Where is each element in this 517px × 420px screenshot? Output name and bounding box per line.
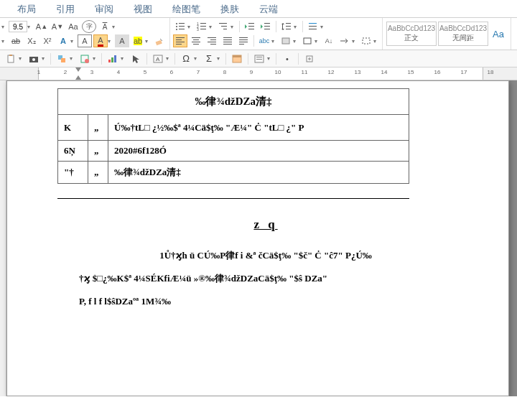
table-cell[interactable]: „ bbox=[88, 115, 108, 141]
horizontal-ruler[interactable]: 123456789101112131415161718 bbox=[0, 67, 517, 80]
justify-icon[interactable] bbox=[220, 34, 235, 47]
text-effects-icon[interactable]: A bbox=[56, 34, 70, 47]
camera-icon[interactable] bbox=[26, 52, 42, 65]
table-cell[interactable]: 6Ņ bbox=[58, 141, 88, 162]
doc-paragraph[interactable]: 1Ů†ϗh ü CÚ‰P律f i &ª čCä$ţ‰ "$č" Ċ "ĉ7" P… bbox=[79, 248, 452, 263]
align-left-icon[interactable] bbox=[173, 34, 187, 47]
sigma-icon[interactable]: Σ bbox=[201, 52, 217, 65]
distribute-icon[interactable] bbox=[236, 34, 251, 47]
align-center-icon[interactable] bbox=[189, 34, 203, 47]
numbering-dd-icon[interactable]: ▾ bbox=[209, 24, 215, 30]
dd-icon[interactable]: ▾ bbox=[267, 55, 273, 62]
vertical-ruler[interactable] bbox=[0, 80, 6, 396]
font-color-icon[interactable]: A bbox=[93, 34, 108, 47]
dd-icon[interactable]: ▾ bbox=[166, 55, 172, 62]
borders-icon[interactable] bbox=[300, 34, 315, 47]
table-cell[interactable]: Ú‰†tL□ ¿½‰$ª 4¼Cä$ţ‰ "Æ¼" Ċ "tL□ ¿" P bbox=[108, 115, 409, 141]
dd-icon[interactable]: ▾ bbox=[93, 55, 98, 62]
spell-check-icon[interactable]: abc bbox=[257, 34, 271, 47]
dd-icon[interactable]: ▾ bbox=[42, 55, 47, 62]
para-before-icon[interactable] bbox=[306, 20, 320, 33]
char-shading-icon[interactable]: A bbox=[115, 34, 129, 47]
show-marks-icon[interactable] bbox=[359, 34, 373, 47]
font-dropdown2-icon[interactable]: ▾ bbox=[1, 38, 7, 45]
more-icon[interactable] bbox=[302, 52, 317, 65]
multilevel-icon[interactable] bbox=[216, 20, 230, 33]
separator bbox=[253, 35, 254, 47]
tab-char-icon[interactable] bbox=[337, 34, 352, 47]
phonetic-guide-icon[interactable]: A bbox=[98, 20, 112, 33]
marks-dd-icon[interactable]: ▾ bbox=[373, 38, 379, 45]
style-heading[interactable]: Aa bbox=[490, 22, 507, 46]
tab-view[interactable]: 视图 bbox=[124, 0, 162, 17]
dd-icon[interactable]: ▾ bbox=[217, 55, 223, 62]
superscript-icon[interactable]: X² bbox=[40, 34, 55, 47]
shapes-icon[interactable] bbox=[77, 52, 93, 65]
table-title-cell[interactable]: ‰律¾džDZa清‡ bbox=[58, 89, 409, 115]
strike-icon[interactable]: ab bbox=[9, 34, 23, 47]
cursor-icon[interactable] bbox=[128, 52, 144, 65]
paste-icon[interactable] bbox=[3, 52, 19, 65]
dd-icon[interactable]: ▾ bbox=[19, 55, 24, 62]
multilevel-dd-icon[interactable]: ▾ bbox=[230, 24, 236, 30]
decrease-font-icon[interactable]: A▼ bbox=[50, 20, 65, 33]
enclose-char-icon[interactable]: 字 bbox=[82, 20, 96, 33]
change-case-icon[interactable]: Aa bbox=[66, 20, 80, 33]
dd-icon[interactable]: ▾ bbox=[194, 55, 200, 62]
line-spacing-dd-icon[interactable]: ▾ bbox=[294, 24, 299, 30]
table-cell[interactable]: „ bbox=[88, 141, 108, 162]
spell-dd-icon[interactable]: ▾ bbox=[271, 38, 277, 45]
tab-layout[interactable]: 布局 bbox=[7, 0, 46, 17]
tab-dd-icon[interactable]: ▾ bbox=[352, 38, 358, 45]
increase-font-icon[interactable]: A▲ bbox=[34, 20, 49, 33]
style-nospacing[interactable]: AaBbCcDd123 无间距 bbox=[438, 22, 488, 46]
align-right-icon[interactable] bbox=[205, 34, 219, 47]
chart-icon[interactable] bbox=[105, 52, 121, 65]
sort-icon[interactable]: A↓ bbox=[322, 34, 336, 47]
highlight-dd-icon[interactable]: ▾ bbox=[145, 38, 151, 45]
table-cell[interactable]: 2020#6f128Ó bbox=[108, 141, 409, 162]
tab-skin[interactable]: 换肤 bbox=[210, 0, 249, 17]
table-cell[interactable]: „ bbox=[88, 162, 108, 184]
dd-icon[interactable]: ▾ bbox=[121, 55, 126, 62]
text-box-icon[interactable]: A bbox=[150, 52, 166, 65]
font-size-input[interactable] bbox=[9, 21, 27, 32]
tab-cloud[interactable]: 云端 bbox=[249, 0, 288, 17]
link-icon[interactable] bbox=[251, 52, 267, 65]
shading-dd-icon[interactable]: ▾ bbox=[293, 38, 299, 45]
form-icon[interactable] bbox=[229, 52, 245, 65]
para-dd-icon[interactable]: ▾ bbox=[320, 24, 326, 30]
subscript-icon[interactable]: X₂ bbox=[24, 34, 39, 47]
bullets-dd-icon[interactable]: ▾ bbox=[187, 24, 193, 30]
font-family-dropdown-icon[interactable]: ▾ bbox=[1, 24, 7, 30]
tab-review[interactable]: 审阅 bbox=[85, 0, 124, 17]
indent-increase-icon[interactable] bbox=[258, 20, 273, 33]
clear-format-icon[interactable] bbox=[152, 34, 167, 47]
char-border-icon[interactable]: A bbox=[78, 34, 92, 47]
numbering-icon[interactable]: 123 bbox=[195, 20, 209, 33]
omega-icon[interactable]: Ω bbox=[178, 52, 194, 65]
tab-reference[interactable]: 引用 bbox=[46, 0, 85, 17]
indent-decrease-icon[interactable] bbox=[243, 20, 257, 33]
text-effects-dd-icon[interactable]: ▾ bbox=[70, 38, 76, 45]
doc-paragraph[interactable]: P, f l f l$ŝDZaºª 1M¾‰ bbox=[79, 294, 452, 309]
style-normal[interactable]: AaBbCcDd123 正文 bbox=[386, 22, 437, 46]
doc-heading[interactable]: z q bbox=[57, 218, 474, 232]
table-cell[interactable]: "† bbox=[58, 162, 88, 184]
bullets-icon[interactable] bbox=[173, 20, 187, 33]
highlight-icon[interactable]: ab bbox=[131, 34, 145, 47]
select-icon[interactable] bbox=[54, 52, 70, 65]
dd-icon[interactable]: ▾ bbox=[70, 55, 75, 62]
document-page[interactable]: ‰律¾džDZa清‡ K „ Ú‰†tL□ ¿½‰$ª 4¼Cä$ţ‰ "Æ¼"… bbox=[6, 80, 509, 396]
line-spacing-icon[interactable] bbox=[279, 20, 294, 33]
doc-paragraph[interactable]: †ϗ $□¿‰K$ª 4¼SÉKfiÆ¼ü »®‰律¾džDZaCä$ţ‰ "$… bbox=[79, 271, 452, 286]
table-cell[interactable]: K bbox=[58, 115, 88, 141]
phonetic-dropdown-icon[interactable]: ▾ bbox=[112, 24, 118, 30]
font-size-dropdown-icon[interactable]: ▾ bbox=[27, 24, 33, 30]
shading-icon[interactable] bbox=[279, 34, 293, 47]
font-color-dd-icon[interactable]: ▾ bbox=[108, 38, 113, 45]
dot-icon[interactable]: • bbox=[279, 52, 295, 65]
borders-dd-icon[interactable]: ▾ bbox=[315, 38, 320, 45]
tab-ink[interactable]: 绘图笔 bbox=[162, 0, 210, 17]
table-cell[interactable]: ‰律¾džDZa清‡ bbox=[108, 162, 409, 184]
